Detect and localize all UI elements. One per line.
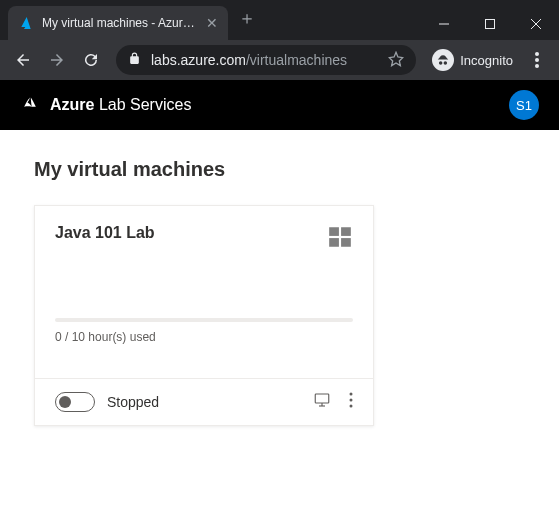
brand[interactable]: Azure Lab Services	[20, 95, 191, 115]
svg-rect-11	[315, 394, 329, 403]
page-title: My virtual machines	[34, 158, 525, 181]
quota-progress	[55, 318, 353, 322]
incognito-label: Incognito	[460, 53, 513, 68]
vm-card: Java 101 Lab 0 / 10 hour(s) used Stopped	[34, 205, 374, 426]
browser-titlebar: My virtual machines - Azure Lab ✕ ＋	[0, 0, 559, 40]
app-header: Azure Lab Services S1	[0, 80, 559, 130]
power-toggle[interactable]	[55, 392, 95, 412]
forward-button[interactable]	[42, 45, 72, 75]
browser-menu-button[interactable]	[523, 52, 551, 68]
maximize-button[interactable]	[467, 8, 513, 40]
svg-rect-9	[329, 238, 339, 247]
svg-point-15	[350, 399, 353, 402]
svg-point-14	[350, 393, 353, 396]
tab-title: My virtual machines - Azure Lab	[42, 16, 198, 30]
svg-point-4	[535, 52, 539, 56]
svg-point-16	[350, 405, 353, 408]
windows-icon	[327, 224, 353, 254]
azure-icon	[20, 95, 40, 115]
browser-tab[interactable]: My virtual machines - Azure Lab ✕	[8, 6, 228, 40]
browser-toolbar: labs.azure.com/virtualmachines Incognito	[0, 40, 559, 80]
lab-name: Java 101 Lab	[55, 224, 155, 242]
incognito-badge: Incognito	[432, 49, 513, 71]
incognito-icon	[432, 49, 454, 71]
lock-icon	[128, 52, 141, 68]
quota-text: 0 / 10 hour(s) used	[55, 330, 353, 344]
minimize-button[interactable]	[421, 8, 467, 40]
tab-favicon	[18, 15, 34, 31]
page-content: My virtual machines Java 101 Lab 0 / 10 …	[0, 130, 559, 527]
svg-rect-10	[341, 238, 351, 247]
svg-rect-8	[341, 227, 351, 236]
star-icon[interactable]	[388, 51, 404, 70]
brand-text: Azure Lab Services	[50, 96, 191, 114]
reload-button[interactable]	[76, 45, 106, 75]
url-text: labs.azure.com/virtualmachines	[151, 52, 347, 68]
avatar[interactable]: S1	[509, 90, 539, 120]
svg-point-6	[535, 64, 539, 68]
connect-icon[interactable]	[313, 391, 331, 413]
user-initials: S1	[516, 98, 532, 113]
vm-status: Stopped	[107, 394, 159, 410]
back-button[interactable]	[8, 45, 38, 75]
svg-rect-7	[329, 227, 339, 236]
new-tab-button[interactable]: ＋	[228, 6, 266, 30]
window-controls	[421, 8, 559, 40]
address-bar[interactable]: labs.azure.com/virtualmachines	[116, 45, 416, 75]
svg-rect-1	[486, 20, 495, 29]
more-actions-button[interactable]	[349, 392, 353, 412]
close-window-button[interactable]	[513, 8, 559, 40]
close-icon[interactable]: ✕	[206, 15, 218, 31]
svg-point-5	[535, 58, 539, 62]
